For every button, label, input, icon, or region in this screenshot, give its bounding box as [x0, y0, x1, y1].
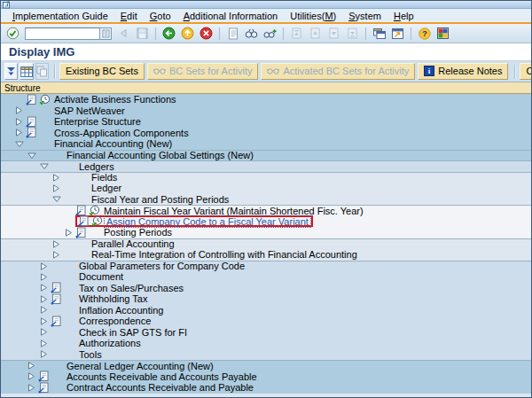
tree-item-label[interactable]: Check in SAP GTS for FI	[77, 327, 189, 338]
execute-activity-icon[interactable]	[39, 94, 51, 105]
page-title-row: Display IMG	[1, 43, 531, 61]
expand-arrow-icon[interactable]	[40, 273, 51, 281]
command-input[interactable]	[25, 27, 100, 40]
window-menu-icon[interactable]	[3, 1, 11, 9]
exit-icon[interactable]	[178, 25, 197, 42]
expand-arrow-icon[interactable]	[15, 118, 26, 126]
tree-item-label[interactable]: Posting Periods	[102, 227, 174, 238]
collapse-arrow-icon[interactable]	[27, 152, 38, 160]
expand-arrow-icon[interactable]	[27, 362, 38, 370]
toolbar-separator	[514, 65, 516, 79]
menu-item-utilities-m-[interactable]: Utilities(M)	[284, 11, 342, 21]
tree-item-icons	[75, 227, 102, 238]
documentation-icon[interactable]	[26, 116, 37, 128]
documentation-icon[interactable]	[38, 382, 50, 394]
tree-item-icons	[51, 282, 77, 293]
expand-arrow-icon[interactable]	[27, 384, 38, 392]
expand-arrow-icon[interactable]	[52, 251, 63, 259]
tree-item-label[interactable]: Financial Accounting Global Settings (Ne…	[65, 150, 255, 160]
tree-item-label[interactable]: Real-Time Integration of Controlling wit…	[90, 249, 359, 260]
help-icon[interactable]: ?	[415, 25, 434, 42]
expand-arrow-icon[interactable]	[40, 284, 51, 292]
tree-item-label[interactable]: Ledgers	[77, 161, 116, 172]
tree-item-label[interactable]: Assign Company Code to a Fiscal Year Var…	[105, 216, 310, 227]
documentation-icon[interactable]	[26, 94, 37, 105]
command-dropdown-icon[interactable]	[100, 27, 112, 40]
new-session-icon[interactable]	[370, 25, 388, 42]
tree-item-label[interactable]: Ledger	[90, 183, 123, 193]
first-page-icon	[287, 25, 306, 42]
expand-arrow-icon[interactable]	[40, 306, 51, 314]
tree-item-label[interactable]: Parallel Accounting	[90, 238, 176, 249]
tree-item-label[interactable]: Authorizations	[77, 338, 143, 348]
documentation-icon[interactable]	[75, 227, 87, 238]
tree-item-label[interactable]: Maintain Fiscal Year Variant (Maintain S…	[102, 206, 365, 216]
back-icon[interactable]	[160, 25, 178, 42]
existing-bc-sets-button[interactable]: Existing BC Sets	[59, 63, 145, 80]
release-notes-button[interactable]: iRelease Notes	[418, 63, 508, 80]
menu-item-system[interactable]: System	[342, 11, 387, 21]
shortcut-icon[interactable]	[388, 25, 407, 42]
tree-item-label[interactable]: Cross-Application Components	[52, 128, 191, 138]
expand-arrow-icon[interactable]	[40, 350, 51, 358]
tree-item-label[interactable]: Document	[77, 271, 125, 282]
expand-arrow-icon[interactable]	[40, 339, 51, 347]
print-icon[interactable]	[223, 25, 242, 42]
expand-arrow-icon[interactable]	[15, 129, 26, 137]
collapse-arrow-icon[interactable]	[40, 162, 51, 170]
tree-item-label[interactable]: Withholding Tax	[77, 293, 149, 304]
documentation-icon[interactable]	[38, 371, 50, 382]
expand-arrow-icon[interactable]	[40, 328, 51, 336]
tree-item-label[interactable]: Contract Accounts Receivable and Payable	[65, 382, 255, 393]
highlight-red-box: Assign Company Code to a Fiscal Year Var…	[75, 215, 313, 227]
expand-arrow-icon[interactable]	[40, 317, 51, 325]
tree-item-label[interactable]: Global Parameters for Company Code	[77, 261, 246, 271]
find-next-icon[interactable]	[261, 25, 279, 42]
expand-arrow-icon[interactable]	[40, 262, 51, 270]
tree-row: Parallel Accounting	[1, 238, 531, 250]
expand-arrow-icon[interactable]	[40, 295, 51, 303]
expand-arrow-icon[interactable]	[65, 229, 75, 237]
tree-row: Assign Company Code to a Fiscal Year Var…	[1, 216, 531, 228]
collapse-arrow-icon[interactable]	[15, 140, 26, 148]
tree-item-label[interactable]: Enterprise Structure	[52, 116, 143, 127]
expand-arrow-icon[interactable]	[52, 240, 63, 248]
find-icon[interactable]	[242, 25, 261, 42]
tree-item-label[interactable]: Activate Business Functions	[52, 94, 178, 105]
menu-item-help[interactable]: Help	[387, 11, 420, 21]
tree-item-label[interactable]: Fields	[90, 172, 119, 183]
tree-item-label[interactable]: Accounts Receivable and Accounts Payable	[65, 371, 259, 382]
tree-item-label[interactable]: Tax on Sales/Purchases	[77, 283, 185, 293]
execute-activity-icon[interactable]	[91, 215, 103, 227]
display-table-icon-button[interactable]	[20, 63, 34, 80]
tree-item-label[interactable]: SAP NetWeaver	[52, 105, 127, 116]
tree-item-label[interactable]: General Ledger Accounting (New)	[65, 361, 215, 371]
expand-arrow-icon[interactable]	[15, 106, 26, 114]
cancel-icon[interactable]	[197, 25, 215, 42]
tree-item-label[interactable]: Correspondence	[77, 316, 153, 326]
menu-item-edit[interactable]: Edit	[114, 11, 144, 21]
menu-item-additional-information[interactable]: Additional Information	[177, 11, 285, 21]
tree-item-label[interactable]: Financial Accounting (New)	[52, 138, 174, 149]
menu-item-goto[interactable]: Goto	[144, 11, 177, 21]
expand-arrow-icon[interactable]	[52, 184, 63, 192]
documentation-icon[interactable]	[51, 282, 62, 293]
documentation-icon[interactable]	[26, 127, 37, 138]
window-title-bar	[1, 1, 531, 9]
expand-arrow-icon[interactable]	[27, 372, 38, 380]
menu-item-implementation-guide[interactable]: Implementation Guide	[6, 11, 114, 21]
layout-icon[interactable]	[434, 25, 452, 42]
expand-arrow-icon[interactable]	[52, 174, 63, 182]
tree-row: Withholding Tax	[1, 293, 531, 305]
collapse-arrow-icon[interactable]	[52, 195, 63, 203]
documentation-icon[interactable]	[51, 293, 62, 305]
tree-item-label[interactable]: Fiscal Year and Posting Periods	[90, 194, 231, 205]
documentation-icon[interactable]	[51, 316, 62, 327]
change-log-button[interactable]: Change Log	[520, 63, 532, 80]
tree-indent	[1, 332, 40, 332]
tree-item-label[interactable]: Tools	[77, 349, 104, 360]
documentation-icon[interactable]	[78, 215, 90, 227]
choose-icon-button[interactable]	[4, 63, 18, 80]
tree-item-label[interactable]: Inflation Accounting	[77, 305, 165, 316]
enter-icon[interactable]	[4, 25, 22, 42]
